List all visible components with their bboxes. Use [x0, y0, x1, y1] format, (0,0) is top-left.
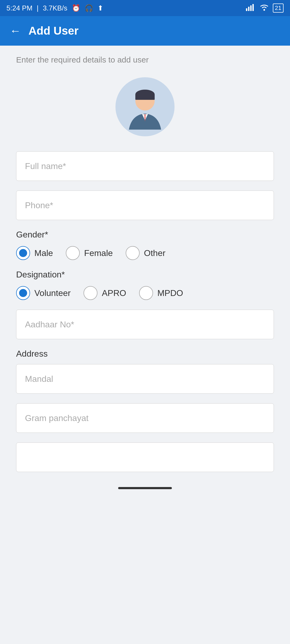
gender-group: Gender* Male Female Other	[16, 230, 274, 260]
gender-male-option[interactable]: Male	[16, 246, 53, 260]
designation-apro-radio[interactable]	[84, 286, 97, 300]
form-subtitle: Enter the required details to add user	[16, 55, 274, 64]
gender-male-label: Male	[34, 248, 53, 258]
wifi-icon	[259, 3, 269, 13]
svg-rect-2	[250, 5, 252, 11]
gender-female-label: Female	[84, 248, 113, 258]
gender-female-radio[interactable]	[66, 246, 80, 260]
bottom-bar	[16, 482, 274, 492]
gram-panchayat-input[interactable]	[16, 403, 274, 433]
svg-rect-1	[248, 7, 249, 11]
app-bar: ← Add User	[0, 16, 290, 46]
status-right: 21	[246, 3, 284, 13]
time: 5:24 PM	[6, 4, 32, 12]
gender-options: Male Female Other	[16, 246, 274, 260]
aadhaar-input[interactable]	[16, 310, 274, 339]
battery-icon: 21	[273, 3, 284, 13]
mandal-group	[16, 364, 274, 394]
designation-volunteer-label: Volunteer	[34, 288, 71, 298]
designation-group: Designation* Volunteer APRO MPDO	[16, 270, 274, 300]
designation-apro-label: APRO	[102, 288, 126, 298]
designation-options: Volunteer APRO MPDO	[16, 286, 274, 300]
full-name-group	[16, 151, 274, 181]
designation-volunteer-option[interactable]: Volunteer	[16, 286, 71, 300]
designation-label: Designation*	[16, 270, 274, 280]
avatar-image	[121, 83, 169, 131]
aadhaar-group	[16, 310, 274, 339]
back-button[interactable]: ←	[10, 24, 21, 37]
designation-mpdo-option[interactable]: MPDO	[139, 286, 183, 300]
network-speed: |	[37, 4, 39, 12]
designation-mpdo-label: MPDO	[157, 288, 183, 298]
gender-male-radio[interactable]	[16, 246, 30, 260]
mandal-input[interactable]	[16, 364, 274, 394]
gender-other-option[interactable]: Other	[126, 246, 165, 260]
full-name-input[interactable]	[16, 151, 274, 181]
network-speed-value: 3.7KB/s	[43, 4, 67, 12]
avatar[interactable]	[115, 77, 175, 136]
phone-group	[16, 191, 274, 220]
svg-rect-3	[252, 4, 254, 11]
extra-field-input[interactable]	[16, 442, 274, 472]
designation-volunteer-radio[interactable]	[16, 286, 30, 300]
svg-rect-0	[246, 8, 247, 11]
main-content: Enter the required details to add user	[0, 46, 290, 502]
designation-mpdo-radio[interactable]	[139, 286, 153, 300]
page-title: Add User	[28, 24, 79, 37]
address-label: Address	[16, 349, 274, 359]
upload-icon: ⬆	[97, 4, 103, 12]
alarm-icon: ⏰	[72, 4, 80, 12]
gram-panchayat-group	[16, 403, 274, 433]
phone-input[interactable]	[16, 191, 274, 220]
svg-point-4	[263, 9, 265, 11]
gender-female-option[interactable]: Female	[66, 246, 113, 260]
signal-icon	[246, 3, 256, 13]
bottom-indicator	[118, 487, 172, 489]
extra-field-group	[16, 442, 274, 472]
status-left: 5:24 PM | 3.7KB/s ⏰ 🎧 ⬆	[6, 4, 103, 12]
designation-apro-option[interactable]: APRO	[84, 286, 126, 300]
avatar-container	[16, 77, 274, 136]
status-bar: 5:24 PM | 3.7KB/s ⏰ 🎧 ⬆ 21	[0, 0, 290, 16]
gender-label: Gender*	[16, 230, 274, 240]
gender-other-label: Other	[144, 248, 165, 258]
address-section: Address	[16, 349, 274, 472]
gender-other-radio[interactable]	[126, 246, 140, 260]
headphone-icon: 🎧	[85, 4, 93, 12]
svg-rect-7	[135, 94, 155, 100]
